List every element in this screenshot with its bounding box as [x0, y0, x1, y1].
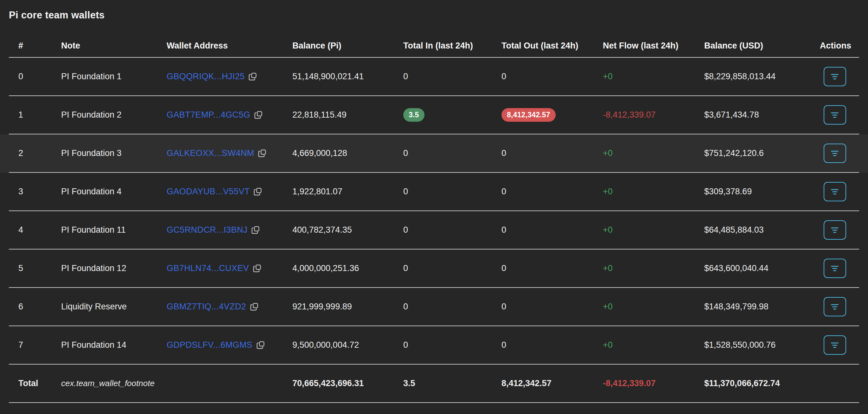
wallet-address-cell: GBQQRIQK...HJI25: [157, 72, 283, 82]
row-index: 1: [9, 110, 52, 120]
total-in-value: 0: [403, 302, 408, 311]
balance-pi: 400,782,374.35: [283, 225, 394, 235]
filter-lines-icon: [830, 188, 839, 195]
balance-usd: $8,229,858,013.44: [695, 72, 810, 82]
row-actions-button[interactable]: [824, 259, 846, 278]
wallet-note: PI Foundation 14: [52, 340, 157, 350]
copy-address-button[interactable]: [254, 111, 262, 119]
balance-pi: 921,999,999.89: [283, 302, 394, 312]
total-balance-usd: $11,370,066,672.74: [695, 379, 810, 388]
wallet-address-cell: GDPDSLFV...6MGMS: [157, 340, 283, 350]
wallet-address-link[interactable]: GAODAYUB...V55VT: [167, 187, 250, 197]
net-flow-value: +0: [603, 225, 613, 235]
balance-usd: $3,671,434.78: [695, 110, 810, 120]
copy-address-button[interactable]: [250, 302, 258, 311]
page: Pi core team wallets #NoteWallet Address…: [0, 0, 868, 403]
wallet-note: PI Foundation 4: [52, 187, 157, 197]
row-index: 3: [9, 187, 52, 197]
wallet-address-link[interactable]: GABT7EMP...4GC5G: [167, 110, 250, 120]
row-actions-button[interactable]: [824, 220, 846, 240]
wallet-address-link[interactable]: GDPDSLFV...6MGMS: [167, 340, 252, 350]
copy-address-button[interactable]: [248, 72, 257, 81]
total-out-value: 0: [501, 340, 506, 350]
copy-icon: [254, 111, 262, 119]
wallet-address-link[interactable]: GB7HLN74...CUXEV: [167, 263, 249, 273]
copy-address-button[interactable]: [253, 264, 261, 273]
copy-address-button[interactable]: [256, 341, 265, 349]
total-out-value: 0: [501, 302, 506, 311]
row-index: 4: [9, 225, 52, 235]
column-header: #: [9, 41, 52, 51]
copy-icon: [256, 341, 265, 349]
copy-icon: [251, 226, 260, 234]
net-flow-value: -8,412,339.07: [603, 110, 656, 119]
table-body: 0 PI Foundation 1 GBQQRIQK...HJI25 51,14…: [0, 58, 868, 364]
wallet-note: PI Foundation 1: [52, 72, 157, 82]
total-out: 8,412,342.57: [492, 379, 593, 388]
total-in-value: 3.5: [403, 108, 425, 122]
wallets-table: #NoteWallet AddressBalance (Pi)Total In …: [0, 34, 868, 403]
row-actions-button[interactable]: [824, 182, 846, 201]
balance-usd: $751,242,120.6: [695, 148, 810, 158]
copy-icon: [250, 302, 258, 311]
table-total-row: Total cex.team_wallet_footnote 70,665,42…: [0, 364, 868, 403]
row-actions-button[interactable]: [824, 67, 846, 86]
wallet-address-link[interactable]: GBMZ7TIQ...4VZD2: [167, 302, 246, 312]
total-in-value: 0: [403, 225, 408, 235]
net-flow-value: +0: [603, 148, 613, 158]
copy-icon: [248, 72, 257, 81]
wallet-note: PI Foundation 2: [52, 110, 157, 120]
row-actions-button[interactable]: [824, 105, 846, 125]
table-row: 6 Liquidity Reserve GBMZ7TIQ...4VZD2 921…: [0, 288, 868, 326]
wallet-note: PI Foundation 11: [52, 225, 157, 235]
wallet-address-cell: GABT7EMP...4GC5G: [157, 110, 283, 120]
row-index: 5: [9, 263, 52, 273]
filter-lines-icon: [830, 73, 839, 80]
table-row: 0 PI Foundation 1 GBQQRIQK...HJI25 51,14…: [0, 58, 868, 96]
actions-cell: [810, 220, 859, 240]
copy-icon: [258, 149, 267, 157]
filter-lines-icon: [830, 227, 839, 234]
balance-usd: $643,600,040.44: [695, 263, 810, 273]
table-header-inner: #NoteWallet AddressBalance (Pi)Total In …: [9, 34, 859, 58]
wallet-note: PI Foundation 12: [52, 263, 157, 273]
column-header: Total Out (last 24h): [492, 41, 593, 51]
row-index: 2: [9, 148, 52, 158]
total-in-value: 0: [403, 263, 408, 273]
balance-pi: 51,148,900,021.41: [283, 72, 394, 82]
table-row: 3 PI Foundation 4 GAODAYUB...V55VT 1,922…: [0, 173, 868, 211]
total-out-value: 0: [501, 263, 506, 273]
row-actions-button[interactable]: [824, 335, 846, 355]
total-out-value: 0: [501, 148, 506, 158]
page-title: Pi core team wallets: [9, 9, 859, 21]
wallet-address-cell: GAODAYUB...V55VT: [157, 187, 283, 197]
wallet-address-cell: GBMZ7TIQ...4VZD2: [157, 302, 283, 312]
balance-usd: $64,485,884.03: [695, 225, 810, 235]
row-actions-button[interactable]: [824, 144, 846, 163]
total-net-flow: -8,412,339.07: [593, 379, 695, 388]
actions-cell: [810, 259, 859, 278]
copy-address-button[interactable]: [258, 149, 267, 157]
wallet-address-link[interactable]: GC5RNDCR...I3BNJ: [167, 225, 247, 235]
filter-lines-icon: [830, 150, 839, 157]
balance-pi: 9,500,000,004.72: [283, 340, 394, 350]
row-actions-button[interactable]: [824, 297, 846, 316]
net-flow-value: +0: [603, 302, 613, 311]
net-flow-value: +0: [603, 72, 613, 81]
table-row: 2 PI Foundation 3 GALKEOXX...SW4NM 4,669…: [0, 135, 868, 173]
total-in-value: 0: [403, 148, 408, 158]
wallet-address-link[interactable]: GBQQRIQK...HJI25: [167, 72, 245, 82]
actions-cell: [810, 67, 859, 86]
copy-address-button[interactable]: [253, 187, 262, 196]
wallet-address-link[interactable]: GALKEOXX...SW4NM: [167, 148, 254, 158]
total-in-value: 0: [403, 340, 408, 350]
column-header: Wallet Address: [157, 41, 283, 51]
total-label: Total: [9, 379, 52, 388]
net-flow-value: +0: [603, 263, 613, 273]
copy-address-button[interactable]: [251, 226, 260, 234]
copy-icon: [253, 264, 261, 273]
net-flow-value: +0: [603, 187, 613, 196]
filter-lines-icon: [830, 342, 839, 349]
column-header: Net Flow (last 24h): [593, 41, 695, 51]
wallet-note: PI Foundation 3: [52, 148, 157, 158]
